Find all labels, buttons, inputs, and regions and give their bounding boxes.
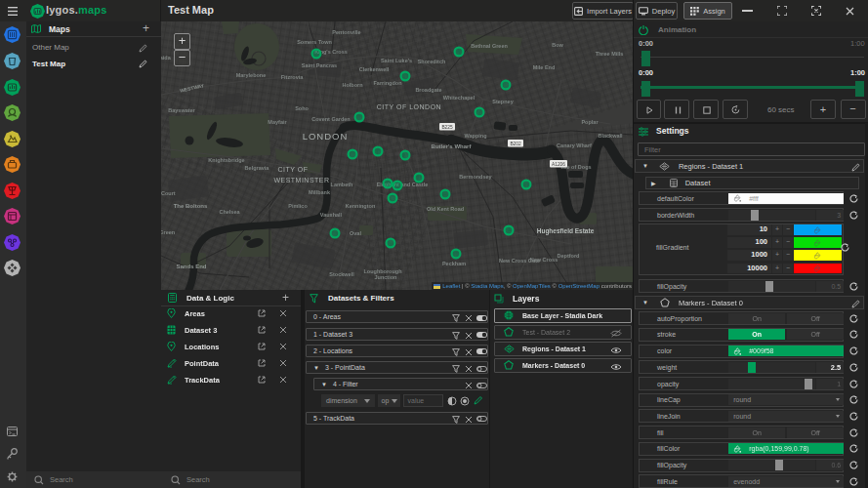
svg-text:Mile End: Mile End bbox=[533, 64, 556, 70]
svg-text:Wapping: Wapping bbox=[464, 133, 486, 139]
svg-text:Saint Pancras: Saint Pancras bbox=[302, 62, 337, 68]
svg-text:Old Kent Road: Old Kent Road bbox=[427, 206, 464, 212]
svg-text:Covent Garden: Covent Garden bbox=[311, 116, 351, 122]
svg-text:Three Mills: Three Mills bbox=[596, 51, 624, 57]
svg-text:Peckham: Peckham bbox=[442, 261, 466, 266]
svg-text:Mayfair: Mayfair bbox=[268, 119, 287, 125]
svg-text:Stepney: Stepney bbox=[492, 99, 514, 104]
svg-text:Knightsbridge: Knightsbridge bbox=[208, 157, 244, 163]
svg-text:Pimlico: Pimlico bbox=[288, 203, 308, 209]
svg-text:Blackwall: Blackwall bbox=[598, 133, 623, 139]
svg-text:Shoreditch: Shoreditch bbox=[418, 59, 446, 64]
svg-text:Farringdon: Farringdon bbox=[373, 80, 402, 86]
svg-text:Hughesfield Estate: Hughesfield Estate bbox=[537, 227, 595, 235]
svg-text:Clerkenwell: Clerkenwell bbox=[359, 66, 390, 72]
svg-text:Soho: Soho bbox=[295, 105, 309, 111]
svg-text:Belgravia: Belgravia bbox=[245, 165, 270, 171]
svg-text:LONDON: LONDON bbox=[303, 131, 349, 142]
svg-text:Maida: Maida bbox=[161, 55, 172, 61]
svg-text:Sands End: Sands End bbox=[176, 264, 206, 269]
svg-text:Poplar: Poplar bbox=[581, 119, 599, 125]
svg-text:A1206: A1206 bbox=[552, 162, 565, 167]
svg-text:Bermondsey: Bermondsey bbox=[459, 174, 492, 180]
svg-text:Deptford: Deptford bbox=[558, 253, 580, 259]
svg-text:The Boltons: The Boltons bbox=[174, 203, 208, 209]
svg-text:m Green: m Green bbox=[161, 229, 176, 235]
svg-text:s Court: s Court bbox=[161, 190, 176, 196]
svg-text:Oval: Oval bbox=[350, 230, 361, 236]
svg-text:B225: B225 bbox=[441, 125, 453, 130]
svg-text:CITY OF LONDON: CITY OF LONDON bbox=[377, 103, 441, 110]
svg-text:CITY OF: CITY OF bbox=[278, 166, 309, 173]
svg-text:Millbank: Millbank bbox=[309, 189, 331, 195]
svg-text:Broadgate: Broadgate bbox=[415, 87, 441, 93]
svg-text:Whitechapel: Whitechapel bbox=[443, 95, 475, 101]
svg-text:New Cross: New Cross bbox=[530, 257, 558, 263]
svg-text:Kennington: Kennington bbox=[346, 203, 376, 209]
svg-text:WESTMINSTER: WESTMINSTER bbox=[273, 177, 329, 183]
svg-text:Somers Town: Somers Town bbox=[297, 39, 332, 45]
svg-text:B202: B202 bbox=[510, 142, 521, 146]
svg-text:Canary Wharf: Canary Wharf bbox=[557, 142, 592, 148]
svg-text:Fitzrovia: Fitzrovia bbox=[281, 74, 305, 80]
svg-text:Marylebone: Marylebone bbox=[236, 72, 267, 78]
svg-text:Bow: Bow bbox=[552, 42, 563, 48]
svg-text:Butler's Wharf: Butler's Wharf bbox=[432, 143, 473, 149]
svg-text:Stockwell: Stockwell bbox=[329, 271, 354, 277]
svg-text:Junction: Junction bbox=[375, 274, 398, 280]
svg-text:Holborn: Holborn bbox=[342, 82, 363, 88]
svg-text:Lambeth: Lambeth bbox=[331, 182, 354, 187]
svg-text:Saint Luke's: Saint Luke's bbox=[381, 58, 412, 63]
svg-text:Vauxhall: Vauxhall bbox=[320, 212, 343, 218]
svg-text:Chelsea: Chelsea bbox=[219, 209, 240, 215]
svg-text:Bethnal Green: Bethnal Green bbox=[471, 43, 508, 49]
svg-text:Bayswater: Bayswater bbox=[168, 107, 195, 113]
svg-text:Pentonville: Pentonville bbox=[332, 29, 360, 35]
